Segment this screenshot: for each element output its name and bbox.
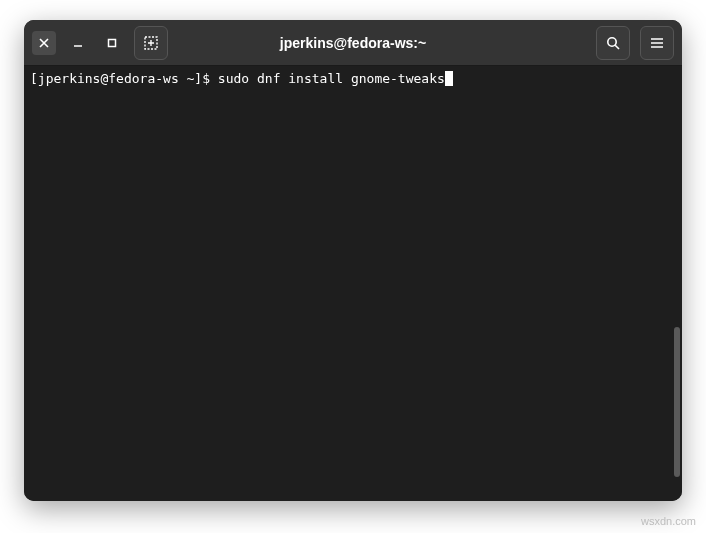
hamburger-menu-icon: [649, 35, 665, 51]
terminal-body[interactable]: [jperkins@fedora-ws ~]$ sudo dnf install…: [24, 66, 682, 501]
command-text: sudo dnf install gnome-tweaks: [218, 71, 445, 86]
svg-rect-0: [109, 39, 116, 46]
search-button[interactable]: [596, 26, 630, 60]
watermark: wsxdn.com: [641, 515, 696, 527]
new-tab-icon: [143, 35, 159, 51]
minimize-button[interactable]: [66, 31, 90, 55]
search-icon: [605, 35, 621, 51]
svg-point-2: [608, 37, 616, 45]
titlebar: jperkins@fedora-ws:~: [24, 20, 682, 66]
scrollbar[interactable]: [674, 327, 680, 477]
terminal-window: jperkins@fedora-ws:~ [jperkins@fedora-: [24, 20, 682, 501]
close-icon: [39, 38, 49, 48]
maximize-button[interactable]: [100, 31, 124, 55]
window-title: jperkins@fedora-ws:~: [280, 35, 426, 51]
shell-prompt: [jperkins@fedora-ws ~]$: [30, 71, 218, 86]
minimize-icon: [73, 38, 83, 48]
text-cursor: [445, 71, 453, 86]
titlebar-left-group: [32, 26, 168, 60]
maximize-icon: [107, 38, 117, 48]
titlebar-right-group: [596, 26, 674, 60]
close-button[interactable]: [32, 31, 56, 55]
new-tab-button[interactable]: [134, 26, 168, 60]
menu-button[interactable]: [640, 26, 674, 60]
